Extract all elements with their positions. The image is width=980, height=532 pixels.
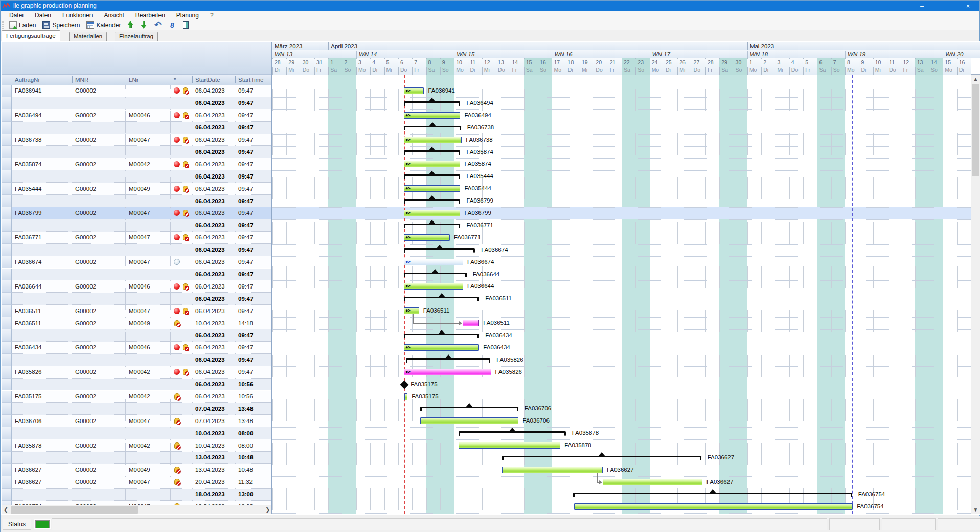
table-row[interactable]: FA036674G00002M0004706.04.202309:47 [2,256,272,269]
table-row[interactable]: FA036644G00002M0004606.04.202309:47 [2,280,272,293]
table-summary-row[interactable]: 06.04.202310:56 [2,379,272,391]
gantt-summary-bracket[interactable] [404,270,467,277]
gantt-bar-fa036627[interactable] [502,467,603,473]
table-horizontal-scrollbar[interactable]: ❮ ❯ [2,505,272,514]
table-summary-row[interactable]: 06.04.202309:47 [2,195,272,207]
scrollbar-thumb[interactable] [11,506,138,514]
gantt-summary-bracket[interactable] [573,490,852,497]
table-summary-row[interactable]: 06.04.202309:47 [2,97,272,109]
toolbar-button-speichern[interactable]: Speichern [40,21,82,29]
gantt-summary-bracket[interactable] [404,172,460,179]
table-summary-row[interactable]: 06.04.202309:47 [2,170,272,183]
column-header-starttime[interactable]: StartTime [235,75,272,85]
table-summary-row[interactable]: 06.04.202309:47 [2,122,272,134]
table-row[interactable]: FA036706G00002M0004707.04.202313:48 [2,415,272,427]
gantt-bar-fa035444[interactable]: ●> [404,185,460,192]
table-row[interactable]: FA035874G00002M0004206.04.202309:47 [2,158,272,170]
gantt-summary-bracket[interactable] [404,331,479,338]
gantt-bar-fa036644[interactable]: ●> [404,283,463,290]
scroll-left-arrow-icon[interactable]: ❮ [2,505,10,514]
close-button[interactable]: × [956,1,979,11]
gantt-bar-fa036738[interactable]: ●> [404,137,462,143]
gantt-summary-bracket[interactable] [404,99,460,106]
gantt-bar-fa035826[interactable]: ●> [404,369,491,375]
table-row[interactable]: FA036511G00002M0004910.04.202314:18 [2,317,272,329]
table-summary-row[interactable]: 07.04.202313:48 [2,403,272,415]
toolbar-button-undo-icon[interactable]: ↶ [151,21,164,29]
table-row[interactable]: FA036771G00002M0004706.04.202309:47 [2,232,272,244]
scroll-right-arrow-icon[interactable]: ❯ [263,505,272,514]
table-row[interactable]: FA035878G00002M0004210.04.202308:00 [2,439,272,452]
gantt-bar-fa036511[interactable] [463,320,480,326]
gantt-bar-fa036511[interactable]: ●> [404,307,419,314]
menu-item-ansicht[interactable]: Ansicht [99,11,128,19]
gantt-vertical-scrollbar[interactable]: ▲ ▼ [971,75,980,514]
table-summary-row[interactable]: 13.04.202310:48 [2,452,272,464]
table-summary-row[interactable]: 06.04.202309:47 [2,146,272,159]
table-summary-row[interactable]: 18.04.202313:00 [2,489,272,501]
restore-button[interactable] [933,1,956,11]
toolbar-button-laden[interactable]: Laden [7,21,38,29]
tab-fertigungsauftrge[interactable]: Fertigungsaufträge [2,30,60,41]
gantt-summary-bracket[interactable] [459,429,566,436]
tab-materialien[interactable]: Materialien [69,32,107,41]
menu-item-?[interactable]: ? [206,11,218,19]
toolbar-button-link-icon[interactable]: 8 [166,21,178,29]
table-summary-row[interactable]: 06.04.202309:47 [2,219,272,232]
menu-item-datei[interactable]: Datei [5,11,28,19]
column-header-flags[interactable]: * [171,75,192,85]
table-summary-row[interactable]: 06.04.202309:47 [2,244,272,256]
menu-item-planung[interactable]: Planung [172,11,203,19]
gantt-bar-fa036941[interactable]: ●> [404,87,424,94]
toolbar-button-arrow-up-icon[interactable] [125,20,136,29]
scroll-down-arrow-icon[interactable]: ▼ [971,505,980,514]
table-summary-row[interactable]: 06.04.202309:47 [2,329,272,342]
column-header-auftragnr[interactable]: AuftragNr [12,75,72,85]
gantt-summary-bracket[interactable] [404,123,461,130]
table-row[interactable]: FA035444G00002M0004906.04.202309:47 [2,183,272,195]
column-header-mnr[interactable]: MNR [72,75,126,85]
table-row[interactable]: FA036738G00002M0004706.04.202309:47 [2,134,272,146]
gantt-bar-fa036771[interactable]: ●> [404,234,450,241]
table-row[interactable]: FA036511G00002M0004706.04.202309:47 [2,305,272,317]
column-header-lnr[interactable]: LNr [126,75,171,85]
table-summary-row[interactable]: 10.04.202308:00 [2,427,272,439]
gantt-summary-bracket[interactable] [404,196,460,204]
tab-einzelauftrag[interactable]: Einzelauftrag [115,32,158,41]
gantt-summary-bracket[interactable] [420,404,518,411]
table-summary-row[interactable]: 06.04.202309:47 [2,293,272,305]
scroll-up-arrow-icon[interactable]: ▲ [971,75,980,83]
gantt-bar-fa036434[interactable]: ●> [404,344,479,351]
minimize-button[interactable]: – [910,1,933,11]
gantt-summary-bracket[interactable] [502,453,701,460]
table-summary-row[interactable]: 06.04.202309:47 [2,269,272,281]
toolbar-button-arrow-down-icon[interactable] [138,20,150,29]
table-row[interactable]: FA035175G00002M0004206.04.202310:56 [2,391,272,403]
gantt-summary-bracket[interactable] [404,148,460,155]
gantt-summary-bracket[interactable] [404,246,475,253]
menu-item-funktionen[interactable]: Funktionen [58,11,97,19]
column-header-startdate[interactable]: StartDate [192,75,235,85]
table-row[interactable]: FA036627G00002M0004720.04.202311:32 [2,476,272,489]
gantt-bar-fa036494[interactable]: ●> [404,112,460,119]
menu-item-daten[interactable]: Daten [30,11,56,19]
table-row[interactable]: FA036941G0000206.04.202309:47 [2,85,272,97]
table-row[interactable]: FA036754G00002M0004718.04.202313:00 [2,501,272,505]
menu-item-bearbeiten[interactable]: Bearbeiten [131,11,170,19]
table-row[interactable]: FA036434G00002M0004606.04.202309:47 [2,342,272,354]
gantt-bar-fa036674[interactable]: ●> [404,259,463,265]
gantt-bar-fa036706[interactable] [420,417,519,424]
toolbar-button-exit-book-icon[interactable] [180,21,191,29]
table-row[interactable]: FA036799G00002M0004706.04.202309:47 [2,207,272,219]
table-row[interactable]: FA036627G00002M0004913.04.202310:48 [2,464,272,476]
gantt-summary-bracket[interactable] [404,294,479,301]
scrollbar-thumb[interactable] [972,84,979,176]
toolbar-button-kalender[interactable]: Kalender [84,21,123,29]
gantt-bar-fa035878[interactable] [459,442,560,449]
table-row[interactable]: FA035826G00002M0004206.04.202309:47 [2,366,272,379]
gantt-milestone[interactable] [400,380,409,389]
table-row[interactable]: FA036494G00002M0004606.04.202309:47 [2,109,272,122]
gantt-bar-fa036627[interactable] [603,479,702,485]
gantt-summary-bracket[interactable] [406,356,490,363]
table-summary-row[interactable]: 06.04.202309:47 [2,354,272,366]
